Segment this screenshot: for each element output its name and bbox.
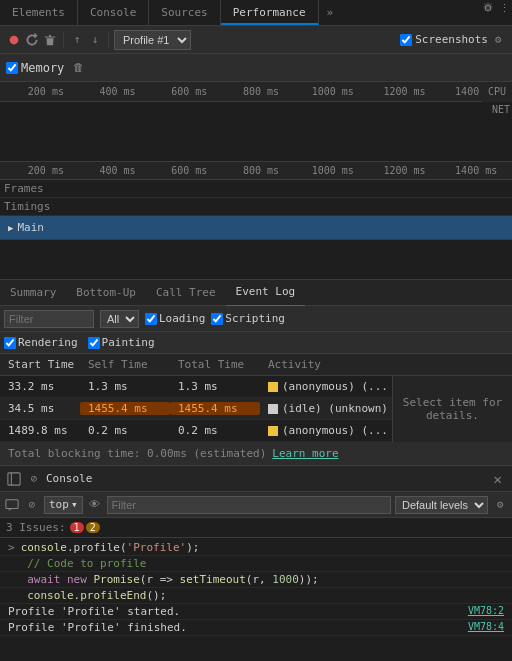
profile-select[interactable]: Profile #1 [114, 30, 191, 50]
ruler-mark: 800 ms [225, 165, 297, 176]
svg-rect-3 [6, 499, 18, 508]
console-source-link-5[interactable]: VM78:4 [468, 621, 504, 632]
td-start-0: 33.2 ms [0, 380, 80, 393]
col-activity[interactable]: Activity [260, 358, 512, 371]
ruler-mark: 1400 ms [440, 165, 512, 176]
main-row[interactable]: ▶ Main [0, 216, 512, 240]
record-icon[interactable] [6, 32, 22, 48]
td-total-0: 1.3 ms [170, 380, 260, 393]
ruler-mark: 200 ms [10, 86, 82, 97]
scripting-checkbox-label[interactable]: Scripting [211, 312, 285, 325]
painting-checkbox[interactable] [88, 337, 100, 349]
timeline-ruler-1: 200 ms 400 ms 600 ms 800 ms 1000 ms 1200… [0, 82, 512, 102]
tab-sources[interactable]: Sources [149, 0, 220, 25]
devtools-more-icon[interactable]: ⋮ [496, 0, 512, 16]
td-self-1: 1455.4 ms [80, 402, 170, 415]
screenshots-settings-icon[interactable]: ⚙ [490, 32, 506, 48]
svg-point-0 [10, 35, 19, 44]
loading-checkbox-label[interactable]: Loading [145, 312, 205, 325]
console-sidebar-icon[interactable] [6, 471, 22, 487]
console-messages-icon[interactable] [4, 497, 20, 513]
console-level-select[interactable]: Default levels [395, 496, 488, 514]
devtools-settings-icon[interactable] [480, 0, 496, 16]
learn-more-link[interactable]: Learn more [272, 447, 338, 460]
console-filter-icon[interactable]: ⊘ [24, 497, 40, 513]
console-code-5: Profile 'Profile' finished. [8, 621, 468, 634]
painting-checkbox-label[interactable]: Painting [88, 336, 155, 349]
cpu-label: CPU [482, 82, 512, 102]
chevron-down-icon: ▾ [71, 498, 78, 511]
tab-console[interactable]: Console [78, 0, 149, 25]
td-start-2: 1489.8 ms [0, 424, 80, 437]
console-line-4: Profile 'Profile' started. VM78:2 [0, 604, 512, 620]
rendering-checkbox-label[interactable]: Rendering [4, 336, 78, 349]
console-toolbar: ⊘ top ▾ 👁 Default levels ⚙ [0, 492, 512, 518]
filter-input[interactable] [4, 310, 94, 328]
ruler-mark: 600 ms [153, 86, 225, 97]
error-badge: 1 [70, 522, 84, 533]
issues-label: 3 Issues: [6, 521, 66, 534]
tab-bottom-up[interactable]: Bottom-Up [66, 280, 146, 306]
scripting-checkbox[interactable] [211, 313, 223, 325]
console-level-settings-icon[interactable]: ⚙ [492, 497, 508, 513]
download-icon[interactable]: ↓ [87, 32, 103, 48]
bottom-panel-tabs: Summary Bottom-Up Call Tree Event Log [0, 280, 512, 306]
td-self-0: 1.3 ms [80, 380, 170, 393]
filter-type-select[interactable]: All [100, 310, 139, 328]
col-start-time[interactable]: Start Time [0, 358, 80, 371]
activity-dot-1 [268, 404, 278, 414]
select-item-panel: Select item for details. [392, 376, 512, 442]
td-start-1: 34.5 ms [0, 402, 80, 415]
indent [8, 557, 21, 570]
console-clear-icon[interactable]: ⊘ [26, 471, 42, 487]
col-self-time[interactable]: Self Time [80, 358, 170, 371]
ruler-mark: 1000 ms [297, 86, 369, 97]
render-painting-row: Rendering Painting [0, 332, 512, 354]
svg-rect-1 [8, 472, 20, 484]
performance-toolbar: ↑ ↓ Profile #1 Screenshots ⚙ [0, 26, 512, 54]
console-context-selector[interactable]: top ▾ [44, 496, 83, 514]
col-total-time[interactable]: Total Time [170, 358, 260, 371]
console-eye-icon[interactable]: 👁 [87, 497, 103, 513]
clear-icon[interactable] [42, 32, 58, 48]
tab-event-log[interactable]: Event Log [226, 279, 306, 307]
timeline-ruler-2: 200 ms 400 ms 600 ms 800 ms 1000 ms 1200… [0, 162, 512, 180]
main-label: Main [17, 221, 44, 234]
ruler-marks-2: 200 ms 400 ms 600 ms 800 ms 1000 ms 1200… [0, 162, 512, 179]
upload-icon[interactable]: ↑ [69, 32, 85, 48]
screenshots-checkbox-label[interactable]: Screenshots [400, 33, 488, 46]
console-line-5: Profile 'Profile' finished. VM78:4 [0, 620, 512, 636]
console-code-4: Profile 'Profile' started. [8, 605, 468, 618]
rendering-checkbox[interactable] [4, 337, 16, 349]
loading-checkbox[interactable] [145, 313, 157, 325]
console-source-link-4[interactable]: VM78:2 [468, 605, 504, 616]
reload-record-icon[interactable] [24, 32, 40, 48]
issues-badge: 1 2 [70, 522, 100, 533]
tab-performance[interactable]: Performance [221, 0, 319, 25]
screenshots-checkbox[interactable] [400, 34, 412, 46]
memory-checkbox-label[interactable]: Memory [6, 61, 64, 75]
tab-more[interactable]: » [319, 0, 342, 25]
clear-recordings-icon[interactable]: 🗑 [70, 60, 86, 76]
td-total-2: 0.2 ms [170, 424, 260, 437]
console-line-2: await new Promise(r => setTimeout(r, 100… [0, 572, 512, 588]
timeline-track[interactable]: NET [0, 102, 512, 162]
blocking-text: Total blocking time: 0.00ms (estimated) [8, 447, 266, 460]
memory-checkbox[interactable] [6, 62, 18, 74]
console-code-1: // Code to profile [27, 557, 504, 570]
ruler-mark: 1200 ms [369, 86, 441, 97]
ruler-mark: 1200 ms [369, 165, 441, 176]
console-filter-input[interactable] [107, 496, 392, 514]
ruler-mark: 600 ms [153, 165, 225, 176]
ruler-mark: 400 ms [82, 86, 154, 97]
activity-dot-2 [268, 426, 278, 436]
console-source-5: VM78:4 [468, 621, 504, 632]
console-code-2: await new Promise(r => setTimeout(r, 100… [27, 573, 504, 586]
tab-elements[interactable]: Elements [0, 0, 78, 25]
tab-summary[interactable]: Summary [0, 280, 66, 306]
console-close-button[interactable]: ✕ [490, 471, 506, 487]
timeline-empty-area [0, 240, 512, 280]
activity-dot-0 [268, 382, 278, 392]
console-header: ⊘ Console ✕ [0, 466, 512, 492]
tab-call-tree[interactable]: Call Tree [146, 280, 226, 306]
